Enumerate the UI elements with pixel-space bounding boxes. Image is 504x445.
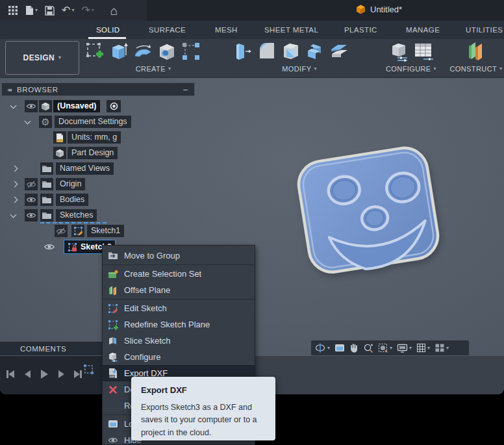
save-icon [45,6,55,16]
window-zoom-button[interactable]: ▾ [378,343,392,353]
grid-settings-button[interactable]: ▾ [416,343,430,353]
revolve-button[interactable] [132,40,153,62]
no-icon [107,400,120,412]
menu-item-slice-sketch[interactable]: Slice Sketch [103,333,255,349]
menu-item-redefine-sketch-plane[interactable]: Redefine Sketch Plane [103,316,255,333]
magnifier-icon [363,343,373,353]
tree-item-units[interactable]: Units: mm, g [0,131,195,144]
look-at-button[interactable] [334,344,345,352]
save-button[interactable] [44,3,56,18]
configure-group-dropdown[interactable]: CONFIGURE ▾ [383,65,439,73]
pan-button[interactable] [349,343,359,353]
visibility-toggle[interactable] [25,209,38,222]
configure-button[interactable] [389,40,410,62]
press-pull-button[interactable] [233,40,253,62]
chevron-down-icon[interactable] [25,118,31,125]
tab-utilities[interactable]: UTILITIES [466,21,503,39]
combine-button[interactable] [305,40,325,62]
redo-button[interactable]: ↷ ▾ [80,3,95,18]
tab-solid[interactable]: SOLID [96,21,120,39]
chevron-right-icon[interactable] [12,181,18,188]
tree-item-part-design[interactable]: Part Design [0,147,195,160]
tab-surface[interactable]: SURFACE [149,21,186,39]
menu-item-configure[interactable]: Configure [103,349,255,365]
tree-item-bodies[interactable]: Bodies [0,194,195,207]
tree-item-label[interactable]: Units: mm, g [68,131,121,144]
collapse-panel-icon[interactable]: ◂◂ [7,86,10,93]
tree-item-label[interactable]: Bodies [56,194,88,206]
tree-item-label[interactable]: Sketch1 [87,225,124,237]
redefine-sketch-plane-icon [107,319,120,331]
file-menu-button[interactable]: ▾ [24,3,39,18]
play-button[interactable] [39,370,49,379]
chevron-down-icon: ▾ [71,8,74,13]
tree-item-label[interactable]: Part Design [68,147,118,159]
skip-end-button[interactable] [73,370,83,379]
modify-group-dropdown[interactable]: MODIFY ▾ [233,65,366,73]
offset-plane-button[interactable] [466,40,486,62]
menu-item-move-to-group[interactable]: Move to Group [103,248,255,264]
chevron-down-icon: ▾ [35,8,38,13]
menu-separator [103,264,255,265]
browser-panel-header[interactable]: ◂◂ BROWSER – [1,83,195,96]
timeline-sketch-feature[interactable] [83,364,94,377]
hole-button[interactable] [157,40,177,62]
step-forward-button[interactable] [56,370,66,379]
visibility-toggle[interactable] [25,194,38,206]
configuration-table-button[interactable] [413,40,434,62]
chevron-down-icon[interactable] [10,103,17,109]
pan-hand-icon [349,343,359,353]
minimize-panel-icon[interactable]: – [183,85,188,94]
tab-mesh[interactable]: MESH [215,21,238,39]
display-settings-icon [397,344,408,353]
shell-button[interactable] [281,40,301,62]
tree-item-label[interactable]: Document Settings [55,116,131,128]
orbit-button[interactable]: ▾ [315,343,330,353]
tree-item-label[interactable]: (Unsaved) [53,100,100,112]
tree-item-unsaved[interactable]: (Unsaved) [0,100,195,113]
chevron-down-icon[interactable] [10,212,17,218]
extrude-button[interactable] [108,40,129,62]
chevron-down-icon: ▾ [58,55,61,60]
smiley-face-model[interactable] [290,145,449,278]
menu-item-offset-plane[interactable]: Offset Plane [103,282,255,298]
tree-item-label[interactable]: Sketches [56,209,97,222]
tree-item-label[interactable]: Origin [56,178,85,190]
tree-item-document-settings[interactable]: ⚙ Document Settings [0,116,195,129]
chevron-right-icon[interactable] [12,197,18,203]
tree-item-label[interactable]: Named Views [56,162,114,175]
eye-visible-icon [44,243,55,251]
skip-start-button[interactable] [5,370,16,379]
menu-item-edit-sketch[interactable]: Edit Sketch [103,300,255,316]
visibility-toggle[interactable] [43,240,56,253]
create-sketch-button[interactable] [84,40,105,62]
tree-item-named-views[interactable]: Named Views [0,162,195,175]
home-view-button[interactable]: ⌂ [109,3,119,18]
undo-button[interactable]: ↶ ▾ [60,3,75,18]
visibility-toggle[interactable] [25,100,38,112]
visibility-toggle[interactable] [25,178,38,190]
construct-group-dropdown[interactable]: CONSTRUCT ▾ [448,65,504,73]
step-back-button[interactable] [22,370,32,379]
viewports-icon [435,343,445,353]
app-grid-menu-icon[interactable] [6,3,19,18]
viewports-button[interactable]: ▾ [435,343,449,353]
fillet-button[interactable] [257,40,277,62]
display-settings-button[interactable]: ▾ [397,344,412,353]
activate-component-radio[interactable] [107,100,121,112]
split-body-icon [329,42,349,61]
tab-manage[interactable]: MANAGE [406,21,440,39]
menu-item-create-selection-set[interactable]: Create Selection Set [103,266,255,282]
tree-item-origin[interactable]: Origin [0,178,195,191]
primitive-box-button[interactable] [181,40,201,62]
tab-plastic[interactable]: PLASTIC [344,21,377,39]
tree-item-sketch1[interactable]: Sketch1 [0,225,195,238]
split-body-button[interactable] [329,40,349,62]
visibility-toggle[interactable] [55,225,68,237]
workspace-selector-button[interactable]: DESIGN ▾ [5,41,79,75]
tab-sheet-metal[interactable]: SHEET METAL [264,21,318,39]
tree-item-sketches[interactable]: Sketches [0,209,195,222]
chevron-right-icon[interactable] [12,166,18,172]
zoom-button[interactable] [363,343,373,353]
create-group-dropdown[interactable]: CREATE ▾ [84,65,222,73]
